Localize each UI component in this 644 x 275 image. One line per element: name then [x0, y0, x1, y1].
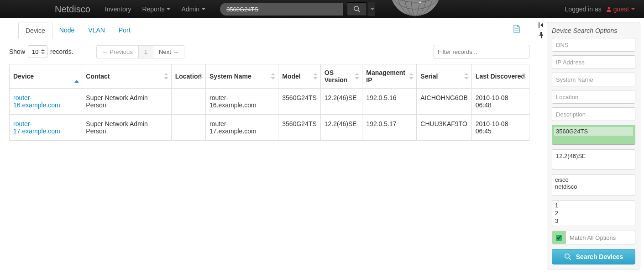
- cell-serial: CHUU3KAF9TO: [417, 115, 471, 141]
- tabs: Device Node VLAN Port: [18, 22, 520, 39]
- nav-reports-label: Reports: [142, 5, 164, 13]
- chevron-down-icon: [167, 8, 170, 10]
- nav-admin[interactable]: Admin: [176, 5, 211, 13]
- top-navbar: Netdisco Inventory Reports Admin Logged …: [0, 0, 644, 18]
- global-search-wrap: [220, 2, 375, 16]
- layer-option[interactable]: 3: [555, 217, 632, 225]
- os-select[interactable]: 12.2(46)SE: [552, 149, 635, 169]
- col-contact[interactable]: Contact: [82, 64, 171, 89]
- col-device[interactable]: Device: [10, 64, 82, 89]
- tab-vlan[interactable]: VLAN: [81, 22, 112, 39]
- match-all-checkbox[interactable]: [556, 235, 562, 241]
- cell-discovered: 2010-10-08 06:45: [471, 115, 529, 141]
- device-link[interactable]: router-17.example.com: [13, 120, 60, 135]
- vendor-option[interactable]: cisco: [555, 176, 632, 183]
- cell-os: 12.2(46)SE: [320, 115, 362, 141]
- vendor-select[interactable]: cisco netdisco: [552, 174, 635, 196]
- search-devices-button[interactable]: Search Devices: [552, 249, 635, 264]
- ip-field-wrap: [552, 55, 635, 69]
- layer-option[interactable]: 1: [555, 202, 632, 210]
- tab-port[interactable]: Port: [112, 22, 137, 39]
- global-search-button[interactable]: [347, 2, 367, 16]
- col-os-version[interactable]: OS Version: [320, 64, 362, 89]
- user-name: guest: [613, 5, 629, 13]
- vendor-option[interactable]: netdisco: [555, 183, 632, 190]
- records-label: records.: [50, 48, 73, 55]
- cell-location: [171, 115, 205, 141]
- paginate-page-1[interactable]: 1: [139, 46, 153, 58]
- svg-point-10: [607, 7, 610, 9]
- page-size-select[interactable]: 10: [28, 45, 47, 58]
- col-model[interactable]: Model: [278, 64, 321, 89]
- col-serial[interactable]: Serial: [417, 64, 471, 89]
- description-field[interactable]: [552, 108, 635, 121]
- cell-contact: Super Network Admin Person: [82, 115, 171, 141]
- model-option[interactable]: 3560G24TS: [554, 127, 633, 136]
- tab-node[interactable]: Node: [52, 22, 81, 39]
- user-menu[interactable]: guest: [606, 5, 635, 13]
- col-last-discovered[interactable]: Last Discovered: [471, 64, 529, 89]
- col-location[interactable]: Location: [171, 64, 205, 89]
- sort-icon: [355, 73, 359, 79]
- table-row: router-17.example.com Super Network Admi…: [10, 115, 529, 141]
- description-field-wrap: [552, 107, 635, 121]
- search-options-dropdown[interactable]: [367, 2, 375, 16]
- brand-logo[interactable]: Netdisco: [55, 4, 90, 15]
- dns-field[interactable]: [552, 38, 635, 51]
- match-all-row: Match All Options: [552, 231, 635, 244]
- sort-asc-icon: [74, 73, 79, 83]
- nav-inventory[interactable]: Inventory: [99, 5, 137, 13]
- tab-device[interactable]: Device: [18, 22, 52, 39]
- collapse-sidebar-icon[interactable]: [539, 22, 545, 29]
- cell-model: 3560G24TS: [278, 115, 321, 141]
- cell-serial: AICHOHNG6OB: [417, 89, 471, 115]
- cell-os: 12.2(46)SE: [320, 89, 362, 115]
- ip-field[interactable]: [552, 56, 635, 69]
- pin-sidebar-icon[interactable]: [539, 32, 545, 40]
- cell-ip: 192.0.5.16: [362, 89, 417, 115]
- match-all-label: Match All Options: [566, 234, 619, 241]
- global-search-input[interactable]: [220, 3, 343, 16]
- col-mgmt-ip[interactable]: Management IP: [362, 64, 417, 89]
- sidebar-title: Device Search Options: [552, 27, 635, 34]
- results-table: Device Contact Location System Name Mode…: [9, 64, 529, 141]
- layer-select[interactable]: 1 2 3: [552, 201, 635, 226]
- sidebar-toggles: [539, 22, 545, 40]
- navbar-right: Logged in as guest: [565, 5, 635, 13]
- filter-input[interactable]: [434, 45, 529, 58]
- cell-sysname: router-17.example.com: [206, 115, 278, 141]
- show-label: Show: [9, 48, 25, 55]
- sort-icon: [464, 73, 469, 79]
- cell-sysname: router-16.example.com: [206, 89, 278, 115]
- table-row: router-16.example.com Super Network Admi…: [10, 89, 529, 115]
- cell-ip: 192.0.5.17: [362, 115, 417, 141]
- logged-in-label: Logged in as: [565, 5, 602, 13]
- nav-admin-label: Admin: [181, 5, 199, 13]
- sort-icon: [164, 73, 168, 79]
- col-system-name[interactable]: System Name: [206, 64, 278, 89]
- sort-icon: [271, 73, 275, 79]
- table-controls: Show 10 records. ← Previous 1 Next →: [9, 45, 529, 58]
- dns-field-wrap: [552, 38, 635, 52]
- paginate-next[interactable]: Next →: [153, 46, 184, 58]
- user-icon: [606, 6, 612, 12]
- device-link[interactable]: router-16.example.com: [13, 94, 60, 109]
- sysname-field[interactable]: [552, 73, 635, 86]
- sort-icon: [522, 73, 526, 79]
- sort-icon: [198, 73, 203, 79]
- search-devices-label: Search Devices: [576, 253, 623, 260]
- chevron-down-icon: [371, 8, 374, 10]
- svg-point-9: [419, 1, 421, 3]
- sort-icon: [313, 73, 318, 79]
- cell-contact: Super Network Admin Person: [82, 89, 171, 115]
- export-csv-icon[interactable]: [513, 25, 520, 33]
- model-select[interactable]: 3560G24TS: [552, 125, 635, 145]
- nav-reports[interactable]: Reports: [136, 5, 176, 13]
- location-field-wrap: [552, 90, 635, 104]
- cell-discovered: 2010-10-08 06:48: [471, 89, 529, 115]
- location-field[interactable]: [552, 90, 635, 103]
- search-sidebar: Device Search Options 3560G24TS 12.2(46)…: [547, 22, 640, 270]
- layer-option[interactable]: 2: [555, 210, 632, 217]
- os-option[interactable]: 12.2(46)SE: [554, 152, 633, 160]
- discoball-decoration: [379, 0, 452, 18]
